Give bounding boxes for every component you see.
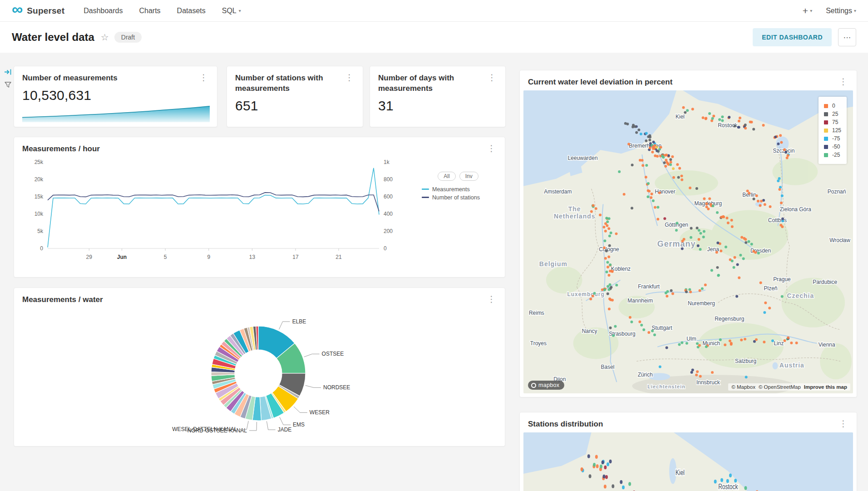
filter-funnel-icon[interactable] [4,81,12,89]
station-dot [630,321,633,323]
country-label: Austria [779,362,804,369]
dashboard-more-button[interactable]: ··· [838,28,856,46]
chart-menu-icon[interactable]: ⋮ [486,144,497,153]
nav-charts[interactable]: Charts [139,7,160,15]
station-dot [656,146,658,149]
chart-menu-icon[interactable]: ⋮ [486,295,497,303]
station-dot [647,135,650,138]
chart-menu-icon[interactable]: ⋮ [198,73,209,82]
svg-text:17: 17 [292,254,299,260]
donut-label-weser: WESER [310,409,330,416]
station-dot [660,146,662,149]
station-dot [757,200,760,203]
chart-menu-icon[interactable]: ⋮ [838,419,848,428]
station-dot [729,340,731,342]
station-dot [672,167,675,170]
map-legend-row[interactable]: -50 [824,144,841,150]
map-legend-row[interactable]: -25 [824,152,841,158]
station-dot [780,141,783,144]
station-dot [640,133,642,135]
svg-text:600: 600 [384,193,393,200]
map-legend-row[interactable]: 0 [824,103,841,109]
donut-label-wesel-datteln-kanal: WESEL-DATTELN-KANAL [172,426,237,432]
nav-datasets[interactable]: Datasets [177,7,206,15]
nav-sql[interactable]: SQL▾ [222,7,241,15]
city-label: Magdeburg [695,200,722,207]
station-dot [675,229,678,232]
svg-text:29: 29 [86,254,93,260]
chart-menu-icon[interactable]: ⋮ [487,73,497,82]
station-dot [607,274,610,277]
city-label: Zürich [638,372,653,378]
series-line-number-of-stations [48,193,379,211]
station-dot [606,271,608,273]
nav-right: + ▾ Settings ▾ [803,6,856,15]
station-dot [647,182,650,185]
measurements-hour-card: Measurements / hour ⋮ 05k10k15k20k25k020… [14,137,505,278]
osm-attribution-link[interactable]: © OpenStreetMap [759,384,801,390]
superset-logo[interactable]: ∞ Superset [12,6,64,16]
station-dot [721,119,724,122]
map-legend-row[interactable]: 75 [824,119,841,125]
station-dot [744,127,747,129]
expand-filters-icon[interactable] [4,68,12,76]
station-dot [663,161,666,164]
map-legend-row[interactable]: 125 [824,127,841,134]
donut-label-elbe: ELBE [292,318,306,325]
station-dot [605,217,608,219]
improve-map-link[interactable]: Improve this map [804,384,847,390]
chart-title: Current water level deviation in percent [528,77,672,88]
station-dot [738,277,740,279]
station-dot [759,204,761,207]
favorite-star-icon[interactable]: ☆ [101,32,109,43]
station-dot [645,164,648,167]
legend-inv-button[interactable]: Inv [459,172,478,181]
station-dot [786,157,789,159]
station-dot [715,251,718,254]
line-chart-plot[interactable]: 05k10k15k20k25k02004006008001k29Jun59131… [16,155,415,269]
station-dot [769,205,772,208]
nav-dashboards[interactable]: Dashboards [84,7,123,15]
chart-menu-icon[interactable]: ⋮ [344,73,355,82]
station-dot [652,141,655,144]
chart-menu-icon[interactable]: ⋮ [838,77,848,86]
legend-swatch [824,129,828,133]
legend-label: 0 [832,103,835,109]
stations-map[interactable]: KielRostock [523,432,853,491]
city-label: Hanover [655,188,676,195]
legend-entry[interactable]: Measurements [422,186,501,193]
station-dot [592,204,595,207]
legend-entry[interactable]: Number of stations [422,194,501,201]
mapbox-attribution-link[interactable]: © Mapbox [731,384,755,390]
deviation-map[interactable]: TheNetherlandsBelgiumLuxembourgGermanyCz… [523,90,853,393]
city-label: Frankfurt [638,283,660,290]
chart-title: Measurements / hour [22,144,100,154]
station-dot [593,463,596,467]
chart-title: Stations distribution [528,419,603,430]
station-dot [705,117,707,119]
new-item-menu[interactable]: + ▾ [803,6,812,15]
legend-all-button[interactable]: All [438,172,455,181]
station-dot [750,243,753,246]
station-dot [725,217,728,219]
svg-text:5k: 5k [37,228,44,234]
station-dot [753,198,755,200]
station-dot [656,206,659,208]
map-legend-row[interactable]: 25 [824,111,841,117]
station-dot [676,222,678,224]
station-dot [695,187,698,190]
station-dot [656,155,659,158]
station-dot [734,256,736,259]
station-dot [650,196,652,199]
mapbox-logo[interactable]: mapbox [528,381,564,390]
station-dot [645,132,648,135]
station-dot [763,311,766,314]
settings-menu[interactable]: Settings ▾ [826,7,856,15]
station-dot [747,240,750,243]
donut-chart[interactable]: ELBEOSTSEENORDSEEWESEREMSJADENORD-OSTSEE… [22,305,498,438]
station-dot [612,334,615,337]
edit-dashboard-button[interactable]: EDIT DASHBOARD [753,28,832,46]
station-dot [666,295,668,298]
map-legend-row[interactable]: -75 [824,135,841,142]
station-dot [745,376,748,378]
